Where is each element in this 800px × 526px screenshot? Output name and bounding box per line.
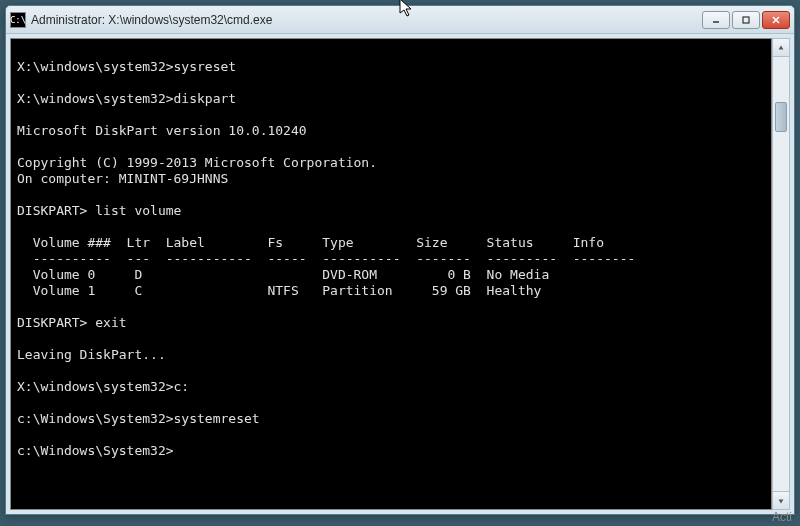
svg-marker-4 [779,45,784,49]
svg-marker-6 [400,0,411,16]
maximize-button[interactable] [732,11,760,29]
scroll-up-button[interactable] [773,39,789,57]
scroll-down-button[interactable] [773,491,789,509]
vertical-scrollbar[interactable] [772,38,790,510]
minimize-button[interactable] [702,11,730,29]
cmd-icon: C:\ [10,12,26,28]
scroll-track[interactable] [773,57,789,491]
svg-rect-1 [743,17,749,23]
console-output[interactable]: X:\windows\system32>sysreset X:\windows\… [10,38,772,510]
console-container: X:\windows\system32>sysreset X:\windows\… [10,38,790,510]
activation-watermark: Acti [772,510,792,524]
close-button[interactable] [762,11,790,29]
window-controls [702,11,790,29]
scroll-thumb[interactable] [775,102,787,132]
mouse-cursor-icon [399,0,415,22]
svg-marker-5 [779,499,784,503]
window-title: Administrator: X:\windows\system32\cmd.e… [31,13,702,27]
cmd-window: C:\ Administrator: X:\windows\system32\c… [5,5,795,515]
